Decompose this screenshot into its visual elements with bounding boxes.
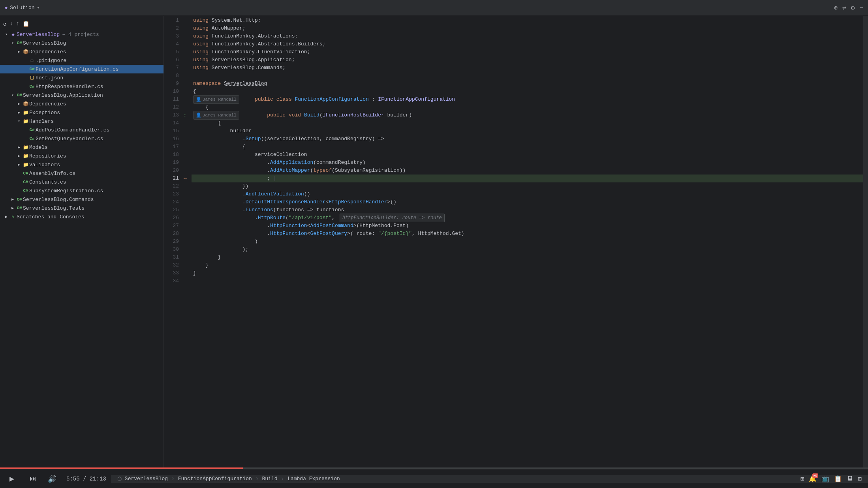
line-num-2: 2 — [164, 24, 179, 32]
status-icon: ⬡ — [117, 476, 122, 482]
sidebar-item-httpresponse[interactable]: C# HttpResponseHandler.cs — [0, 82, 163, 91]
video-controls: ▶ ⏭ 🔊 5:55 / 21:13 ⬡ ServerlessBlog › Fu… — [0, 469, 868, 488]
cs-icon5: C# — [22, 171, 29, 176]
status-label-1: ServerlessBlog — [125, 476, 168, 482]
line-num-11: 11 — [164, 96, 179, 103]
line-num-5: 5 — [164, 48, 179, 56]
sidebar-item-constants[interactable]: C# Constants.cs — [0, 178, 163, 186]
line-num-33: 33 — [164, 269, 179, 277]
code-line-31: } — [192, 253, 863, 261]
sidebar-item-subsystem[interactable]: C# SubsystemRegistration.cs — [0, 186, 163, 195]
solution-dropdown[interactable]: ◆ Solution ▾ — [5, 5, 39, 11]
sidebar-item-models[interactable]: ▶ 📁 Models — [0, 143, 163, 152]
expand-app-deps-icon: ▶ — [16, 101, 22, 106]
addpost-handler-label: AddPostCommandHandler.cs — [36, 127, 109, 133]
tests-proj-label: ServerlessBlog.Tests — [23, 205, 85, 211]
sidebar-item-scratches[interactable]: ▶ ✎ Scratches and Consoles — [0, 212, 163, 221]
code-lines[interactable]: using System.Net.Http; using AutoMapper;… — [192, 16, 863, 467]
expand-all-icon[interactable]: ↑ — [16, 21, 19, 27]
code-line-10: { — [192, 88, 863, 96]
code-line-32: } — [192, 261, 863, 269]
line-num-15: 15 — [164, 127, 179, 135]
code-line-14: { — [192, 119, 863, 127]
toolbar-icon-minimize[interactable]: − — [859, 4, 863, 11]
refresh-icon[interactable]: ↺ — [3, 21, 6, 27]
sidebar-item-solution[interactable]: ▾ ◆ ServerlessBlog – 4 projects — [0, 30, 163, 39]
solution-projects-count: – 4 projects — [62, 32, 99, 38]
kw-using-1: using — [193, 17, 209, 24]
cs-icon7: C# — [22, 188, 29, 193]
code-line-23: .AddFluentValidation() — [192, 190, 863, 198]
tv-icon[interactable]: 📺 — [821, 475, 829, 483]
toolbar-icon-crosshair[interactable]: ⊕ — [834, 4, 838, 12]
sidebar-toolbar: ↺ ↓ ↑ 📋 — [0, 17, 163, 30]
clipboard-icon[interactable]: 📋 — [23, 21, 29, 27]
json-icon: {} — [28, 75, 36, 80]
code-line-16: .Setup((serviceCollection, commandRegist… — [192, 135, 863, 143]
sidebar-item-tests-proj[interactable]: ▶ C# ServerlessBlog.Tests — [0, 204, 163, 212]
handlers-folder-icon: 📁 — [22, 118, 29, 124]
video-progress-container[interactable] — [0, 467, 868, 469]
skip-button[interactable]: ⏭ — [24, 469, 43, 488]
sidebar-item-handlers[interactable]: ▾ 📁 Handlers — [0, 117, 163, 126]
screen-icon[interactable]: 🖥 — [847, 475, 853, 482]
volume-button[interactable]: 🔊 — [43, 469, 62, 488]
code-line-1: using System.Net.Http; — [192, 17, 863, 24]
functionapp-label: FunctionAppConfiguration.cs — [36, 66, 119, 72]
sidebar-item-repositories[interactable]: ▶ 📁 Repositories — [0, 152, 163, 160]
right-scrollbar[interactable] — [863, 16, 868, 467]
status-functionapp[interactable]: FunctionAppConfiguration — [178, 476, 252, 482]
toolbar-icon-arrows[interactable]: ⇄ — [842, 4, 846, 12]
status-bar: ⬡ ServerlessBlog › FunctionAppConfigurat… — [111, 475, 868, 483]
sidebar-item-addpost-handler[interactable]: C# AddPostCommandHandler.cs — [0, 126, 163, 134]
line-num-23: 23 — [164, 190, 179, 198]
sidebar-item-exceptions[interactable]: ▶ 📁 Exceptions — [0, 108, 163, 117]
play-button[interactable]: ▶ — [0, 469, 24, 488]
sidebar-item-serverlessblog-proj[interactable]: ▾ C# ServerlessBlog — [0, 39, 163, 47]
notification-icon-container[interactable]: 🔔 HD — [809, 475, 817, 483]
skip-icon: ⏭ — [30, 475, 37, 483]
sidebar-item-application-proj[interactable]: ▾ C# ServerlessBlog.Application — [0, 91, 163, 99]
app-proj-label: ServerlessBlog.Application — [23, 92, 103, 98]
cs-icon6: C# — [22, 180, 29, 184]
monitor-icon[interactable]: ⊞ — [800, 475, 804, 483]
sidebar-item-dependencies[interactable]: ▶ 📦 Dependencies — [0, 47, 163, 56]
status-serverlessblog[interactable]: ServerlessBlog — [125, 476, 168, 482]
chevron-down-icon: ▾ — [37, 6, 39, 10]
time-display: 5:55 / 21:13 — [62, 476, 111, 482]
line-num-28: 28 — [164, 230, 179, 238]
toolbar-icon-settings[interactable]: ⚙ — [851, 4, 855, 12]
status-label-3: Build — [262, 476, 278, 482]
sidebar-item-getpost-handler[interactable]: C# GetPostQueryHandler.cs — [0, 134, 163, 143]
status-build[interactable]: Build — [262, 476, 278, 482]
fullscreen-icon[interactable]: ⊡ — [858, 475, 862, 483]
sidebar-item-app-dependencies[interactable]: ▶ 📦 Dependencies — [0, 99, 163, 108]
exceptions-label: Exceptions — [29, 110, 60, 116]
play-icon: ▶ — [9, 474, 14, 484]
line-num-3: 3 — [164, 32, 179, 40]
code-line-26: .HttpRoute("/api/v1/post", httpFunctionB… — [192, 214, 863, 222]
volume-icon: 🔊 — [48, 475, 56, 483]
cs-icon: C# — [28, 67, 36, 71]
clipboard-icon2[interactable]: 📋 — [834, 475, 842, 483]
cs-project-icon: C# — [16, 41, 23, 45]
line-num-10: 10 — [164, 88, 179, 96]
collapse-all-icon[interactable]: ↓ — [9, 21, 13, 27]
code-line-9: namespace ServerlessBlog — [192, 80, 863, 88]
gutter-1 — [184, 17, 192, 24]
status-lambda[interactable]: Lambda Expression — [287, 476, 340, 482]
sidebar-item-commands-proj[interactable]: ▶ C# ServerlessBlog.Commands — [0, 195, 163, 204]
sidebar-item-validators[interactable]: ▶ 📁 Validators — [0, 160, 163, 169]
code-line-6: using ServerlessBlog.Application; — [192, 56, 863, 64]
line-num-22: 22 — [164, 182, 179, 190]
code-line-3: using FunctionMonkey.Abstractions; — [192, 32, 863, 40]
sidebar-item-assemblyinfo[interactable]: C# AssemblyInfo.cs — [0, 169, 163, 178]
gutter-8 — [184, 72, 192, 80]
sidebar-item-gitignore[interactable]: ◻ .gitignore — [0, 56, 163, 65]
sidebar-item-hostjson[interactable]: {} host.json — [0, 73, 163, 82]
code-line-18: serviceCollection — [192, 151, 863, 159]
gutter-9 — [184, 80, 192, 88]
cs-icon3: C# — [28, 128, 36, 132]
code-editor: 1 2 3 4 5 6 7 8 9 10 11 12 13 14 15 16 1… — [164, 16, 868, 467]
sidebar-item-functionapp[interactable]: C# FunctionAppConfiguration.cs — [0, 65, 163, 73]
